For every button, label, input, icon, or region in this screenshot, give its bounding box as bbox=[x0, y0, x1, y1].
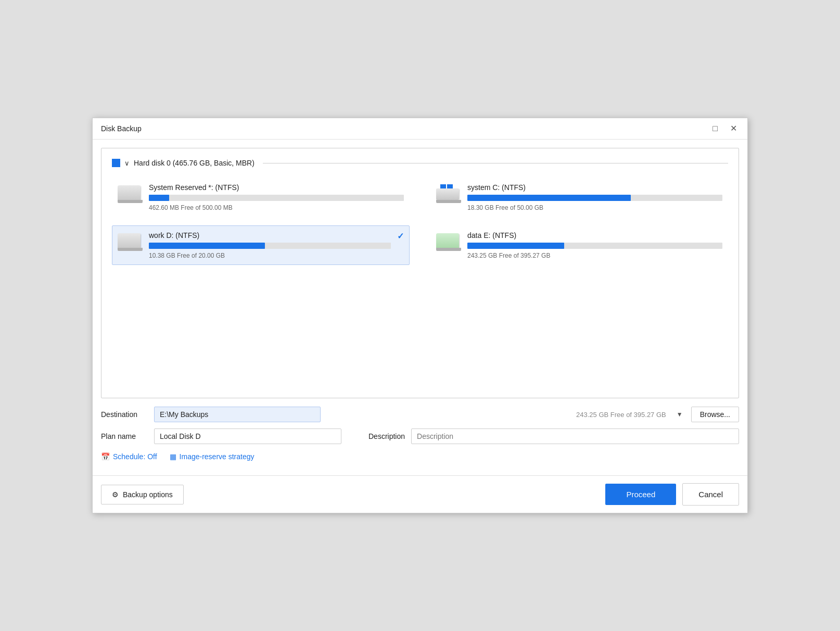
disk-header: ∨ Hard disk 0 (465.76 GB, Basic, MBR) bbox=[112, 159, 728, 167]
backup-options-label: Backup options bbox=[123, 490, 173, 499]
cancel-button[interactable]: Cancel bbox=[682, 483, 739, 506]
partition-name: system C: (NTFS) bbox=[467, 183, 722, 192]
description-label: Description bbox=[368, 432, 405, 440]
partition-size: 462.60 MB Free of 500.00 MB bbox=[149, 204, 404, 211]
destination-dropdown-arrow[interactable]: ▼ bbox=[674, 411, 685, 418]
partition-name: System Reserved *: (NTFS) bbox=[149, 183, 404, 192]
destination-label: Destination bbox=[101, 410, 148, 419]
destination-free-text: 243.25 GB Free of 395.27 GB bbox=[327, 411, 668, 419]
win-logo-icon bbox=[436, 183, 461, 203]
links-row: 📅 Schedule: Off ▦ Image-reserve strategy bbox=[101, 450, 739, 463]
close-button[interactable]: ✕ bbox=[727, 123, 740, 134]
partition-size: 243.25 GB Free of 395.27 GB bbox=[467, 252, 722, 259]
destination-input[interactable] bbox=[154, 407, 321, 422]
drive-green-icon bbox=[436, 231, 461, 251]
plan-label: Plan name bbox=[101, 432, 148, 440]
disk-checkbox[interactable] bbox=[112, 159, 120, 167]
disk-backup-window: Disk Backup □ ✕ ∨ Hard disk 0 (465.76 GB… bbox=[92, 118, 748, 513]
partition-info: data E: (NTFS) 243.25 GB Free of 395.27 … bbox=[467, 231, 722, 259]
progress-bar-fill bbox=[149, 195, 169, 201]
partition-checkmark: ✓ bbox=[397, 231, 404, 241]
progress-bar-fill bbox=[149, 243, 265, 249]
calendar-icon: 📅 bbox=[101, 452, 110, 461]
proceed-button[interactable]: Proceed bbox=[605, 484, 676, 505]
form-area: Destination 243.25 GB Free of 395.27 GB … bbox=[101, 398, 739, 467]
progress-bar-bg bbox=[149, 243, 391, 249]
progress-bar-bg bbox=[149, 195, 404, 201]
partition-info: System Reserved *: (NTFS) 462.60 MB Free… bbox=[149, 183, 404, 211]
schedule-link[interactable]: 📅 Schedule: Off bbox=[101, 452, 157, 461]
disk-expand-icon[interactable]: ∨ bbox=[124, 159, 130, 167]
disk-panel: ∨ Hard disk 0 (465.76 GB, Basic, MBR) Sy… bbox=[101, 148, 739, 398]
partition-item[interactable]: System Reserved *: (NTFS) 462.60 MB Free… bbox=[112, 178, 410, 217]
progress-bar-fill bbox=[467, 195, 631, 201]
partition-item[interactable]: data E: (NTFS) 243.25 GB Free of 395.27 … bbox=[430, 225, 728, 265]
partition-info: work D: (NTFS) 10.38 GB Free of 20.00 GB bbox=[149, 231, 391, 259]
progress-bar-bg bbox=[467, 243, 722, 249]
drive-icon bbox=[118, 231, 143, 251]
image-icon: ▦ bbox=[170, 452, 176, 461]
footer-right: Proceed Cancel bbox=[605, 483, 739, 506]
title-bar: Disk Backup □ ✕ bbox=[93, 118, 747, 140]
partitions-grid: System Reserved *: (NTFS) 462.60 MB Free… bbox=[112, 178, 728, 265]
backup-options-button[interactable]: ⚙ Backup options bbox=[101, 485, 184, 504]
partition-name: data E: (NTFS) bbox=[467, 231, 722, 239]
partition-name: work D: (NTFS) bbox=[149, 231, 391, 239]
progress-bar-bg bbox=[467, 195, 722, 201]
browse-button[interactable]: Browse... bbox=[691, 407, 739, 422]
window-title: Disk Backup bbox=[101, 124, 142, 133]
schedule-label: Schedule: Off bbox=[113, 452, 157, 461]
content-area: ∨ Hard disk 0 (465.76 GB, Basic, MBR) Sy… bbox=[93, 140, 747, 475]
partition-info: system C: (NTFS) 18.30 GB Free of 50.00 … bbox=[467, 183, 722, 211]
disk-title-line bbox=[263, 163, 728, 163]
description-input[interactable] bbox=[411, 428, 739, 444]
gear-icon: ⚙ bbox=[112, 490, 119, 499]
title-bar-controls: □ ✕ bbox=[709, 123, 740, 134]
partition-item[interactable]: system C: (NTFS) 18.30 GB Free of 50.00 … bbox=[430, 178, 728, 217]
minimize-button[interactable]: □ bbox=[709, 123, 721, 134]
disk-title: Hard disk 0 (465.76 GB, Basic, MBR) bbox=[134, 159, 254, 167]
partition-item-selected[interactable]: work D: (NTFS) 10.38 GB Free of 20.00 GB… bbox=[112, 225, 410, 265]
footer: ⚙ Backup options Proceed Cancel bbox=[93, 475, 747, 513]
image-reserve-link[interactable]: ▦ Image-reserve strategy bbox=[170, 452, 254, 461]
plan-name-input[interactable] bbox=[154, 428, 341, 444]
partition-size: 10.38 GB Free of 20.00 GB bbox=[149, 252, 391, 259]
image-reserve-label: Image-reserve strategy bbox=[180, 452, 254, 461]
progress-bar-fill bbox=[467, 243, 564, 249]
drive-icon bbox=[118, 183, 143, 203]
partition-size: 18.30 GB Free of 50.00 GB bbox=[467, 204, 722, 211]
destination-row: Destination 243.25 GB Free of 395.27 GB … bbox=[101, 407, 739, 422]
plan-row: Plan name Description bbox=[101, 428, 739, 444]
